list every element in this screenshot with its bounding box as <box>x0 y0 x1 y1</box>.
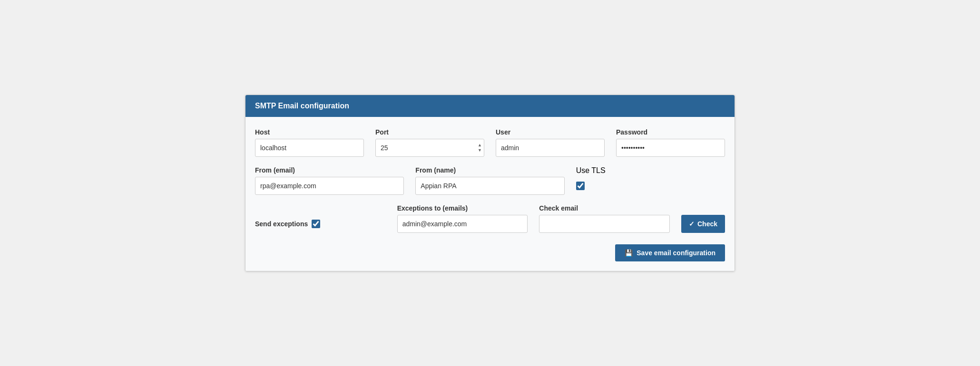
password-label: Password <box>616 128 725 136</box>
port-group: Port ▲ ▼ <box>375 128 484 157</box>
port-spinners: ▲ ▼ <box>476 143 483 153</box>
host-group: Host <box>255 128 364 157</box>
footer-row: 💾 Save email configuration <box>255 244 725 261</box>
row-3: Send exceptions Exceptions to (emails) C… <box>255 204 725 233</box>
check-button[interactable]: ✓ Check <box>681 215 725 233</box>
exceptions-to-group: Exceptions to (emails) <box>397 204 528 233</box>
use-tls-checkbox[interactable] <box>576 182 585 190</box>
port-input-wrapper: ▲ ▼ <box>375 139 484 157</box>
check-email-label: Check email <box>539 204 670 212</box>
smtp-config-card: SMTP Email configuration Host Port ▲ ▼ U <box>245 95 735 271</box>
port-up-button[interactable]: ▲ <box>476 143 483 148</box>
card-title: SMTP Email configuration <box>255 102 725 110</box>
port-down-button[interactable]: ▼ <box>476 148 483 153</box>
check-icon: ✓ <box>689 220 695 228</box>
check-email-group: Check email <box>539 204 670 233</box>
port-label: Port <box>375 128 484 136</box>
check-button-col: ✓ Check <box>681 215 725 233</box>
from-email-input[interactable] <box>255 177 404 195</box>
from-name-group: From (name) <box>415 166 564 195</box>
row-2: From (email) From (name) Use TLS <box>255 166 725 195</box>
send-exceptions-group: Send exceptions <box>255 215 386 233</box>
password-input[interactable] <box>616 139 725 157</box>
save-button[interactable]: 💾 Save email configuration <box>615 244 725 261</box>
password-group: Password <box>616 128 725 157</box>
card-header: SMTP Email configuration <box>245 95 735 117</box>
card-body: Host Port ▲ ▼ User Password <box>245 117 735 271</box>
user-label: User <box>496 128 605 136</box>
send-exceptions-checkbox[interactable] <box>312 220 320 228</box>
from-name-input[interactable] <box>415 177 564 195</box>
from-name-label: From (name) <box>415 166 564 174</box>
exceptions-to-label: Exceptions to (emails) <box>397 204 528 212</box>
use-tls-group: Use TLS <box>576 166 725 195</box>
check-button-label: Check <box>697 220 717 228</box>
from-email-label: From (email) <box>255 166 404 174</box>
host-input[interactable] <box>255 139 364 157</box>
save-icon: 💾 <box>625 249 633 257</box>
host-label: Host <box>255 128 364 136</box>
send-exceptions-label: Send exceptions <box>255 220 308 228</box>
use-tls-label: Use TLS <box>576 166 725 175</box>
port-input[interactable] <box>375 139 484 157</box>
user-group: User <box>496 128 605 157</box>
check-email-input[interactable] <box>539 215 670 233</box>
use-tls-checkbox-group <box>576 178 725 190</box>
user-input[interactable] <box>496 139 605 157</box>
save-button-label: Save email configuration <box>637 249 715 257</box>
row-1: Host Port ▲ ▼ User Password <box>255 128 725 157</box>
from-email-group: From (email) <box>255 166 404 195</box>
exceptions-to-input[interactable] <box>397 215 528 233</box>
